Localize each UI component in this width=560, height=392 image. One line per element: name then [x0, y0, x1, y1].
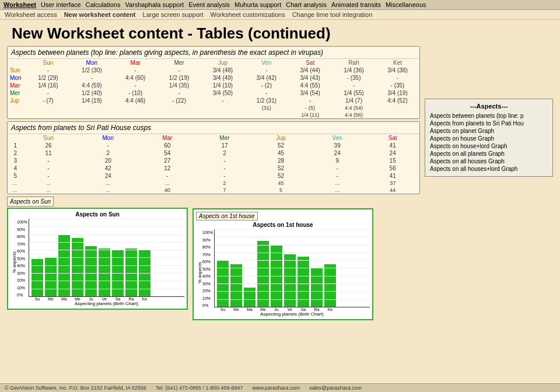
menu-item-transits[interactable]: Animated transits [331, 1, 381, 8]
bar-su [32, 259, 43, 296]
menu-item-event[interactable]: Event analysis [188, 1, 230, 8]
y-axis-labels-2: 100%90%80%70% 60%50%40%30% 20%10%0% [202, 229, 214, 317]
aspects-between-table: Sun Mon Mar Mer Jup Ven Sat Rah Ket Sun [8, 59, 419, 118]
aspects-from-table: Sun Mon Mar Mer Jup Ven Sat 1 26-6017523… [8, 134, 419, 194]
footer: © GeoVision Software, Inc. P.O. Box 2152… [0, 383, 560, 392]
right-panel-item[interactable]: Aspects on planet Graph [430, 127, 548, 135]
table-row: ... ......4075...44 [8, 187, 419, 194]
page-title: New Worksheet content - Tables (continue… [0, 20, 560, 46]
table-row: 1 26-6017523941 [8, 142, 419, 149]
bar-h-ke [324, 264, 336, 307]
menu-item-worksheet[interactable]: Worksheet [4, 1, 36, 8]
menu-item-chart[interactable]: Chart analysis [286, 1, 327, 8]
bar-mo [45, 258, 57, 297]
bar-h-me [257, 241, 269, 307]
table-row: 5 -24--52-41 [8, 172, 419, 180]
sub-item-customizations[interactable]: Worksheet customizations [210, 11, 285, 18]
table-row: Mar 1/4 (16)4:4 (59)- 1/4 (35)1/4 (10)- … [8, 82, 419, 89]
table-row: Mon 1/2 (29)-4:4 (60) 1/2 (19)3/4 (49)3/… [8, 74, 419, 82]
menu-item-calc[interactable]: Calculations [86, 1, 121, 8]
aspects-sun-title: Aspects on Sun [10, 211, 184, 218]
bar-h-ma [244, 288, 256, 307]
right-panel: ---Aspects--- Aspects between planets (t… [425, 99, 553, 177]
bar-h-sa [298, 257, 309, 307]
aspects-sun-chart: Aspects on Sun % aspects 100%90%80%70% 6… [7, 208, 188, 310]
table-row: 3 -2027-28915 [8, 157, 419, 164]
x-axis-labels: Su Mo Ma Me Ju Ve Sa Ra Ke [29, 297, 184, 301]
bar-sa [112, 250, 124, 296]
table-row: 4 -4212-52-56 [8, 164, 419, 172]
bar-h-su [217, 260, 229, 307]
table-row: ... .........245...37 [8, 180, 419, 187]
right-panel-item[interactable]: Aspects on all houses+lord Graph [430, 165, 548, 173]
menu-item-varsha[interactable]: Varshaphala support [125, 1, 184, 8]
aspects-house-label: Aspects on 1st house [196, 212, 258, 220]
table-row: 2 112542452424 [8, 149, 419, 157]
right-panel-item[interactable]: Aspects from planets to Sri Pati Hou [430, 120, 548, 127]
bar-ke [139, 250, 150, 296]
table-row: Sun -1/2 (30)-- 3/4 (48)-3/4 (44) 1/4 (3… [8, 66, 419, 74]
aspects-from-title: Aspects from planets to Sri Pati House c… [8, 122, 419, 134]
aspects-house-title: Aspects on 1st house [196, 222, 370, 228]
menu-item-misc[interactable]: Miscellaneous [386, 1, 426, 8]
aspects-sun-label: Aspects on Sun [7, 197, 54, 206]
bar-h-ve [284, 254, 296, 307]
aspects-between-title: Aspects between planets (top line: plane… [8, 47, 419, 59]
aspects-from-section: Aspects from planets to Sri Pati House c… [7, 121, 420, 194]
sub-item-change-time[interactable]: Change time tool integration [292, 11, 373, 18]
bar-ve [99, 249, 110, 296]
right-panel-title: ---Aspects--- [430, 103, 548, 110]
footer-website: www.parashara.com [253, 385, 300, 391]
bar-ma [58, 235, 70, 296]
right-panel-item[interactable]: Aspects on house Graph [430, 135, 548, 142]
bar-ju [85, 246, 97, 296]
aspects-sun-x-label: Aspecting planets (Birth Chart) [29, 301, 184, 306]
aspects-house-x-label: Aspecting planets (Birth Chart) [214, 312, 370, 317]
aspects-sun-y-label: % aspects [10, 219, 17, 306]
footer-email: sales@parashara.com [309, 385, 362, 391]
aspects-house-chart: Aspects on 1st house Aspects on 1st hous… [192, 208, 373, 320]
bar-h-mo [230, 264, 242, 307]
right-panel-item[interactable]: Aspects on all planets Graph [430, 150, 548, 158]
right-panel-item[interactable]: Aspects on house+lord Graph [430, 142, 548, 150]
y-axis-labels: 100%90%80%70% 60%50%40%30% 20%10%0% [17, 219, 29, 306]
right-panel-item[interactable]: Aspects on all houses Graph [430, 158, 548, 165]
table-row: (31)- (5)4:4 (54) [8, 104, 419, 111]
sub-item-access[interactable]: Worksheet access [5, 11, 57, 18]
aspects-between-section: Aspects between planets (top line: plane… [7, 46, 420, 119]
footer-copyright: © GeoVision Software, Inc. P.O. Box 2152… [5, 385, 146, 391]
table-row: Jup - (7)1/4 (19)4:4 (46) - (22)-1/2 (31… [8, 97, 419, 104]
bar-h-ra [311, 268, 323, 307]
bar-h-ju [271, 245, 282, 307]
top-menu: Worksheet User interface Calculations Va… [0, 0, 560, 10]
table-row: 1/4 (11)4:4 (56) [8, 111, 419, 118]
menu-item-ui[interactable]: User interface [41, 1, 80, 8]
footer-phone: Tel. (641) 472-0855 / 1-800-459-6847 [156, 385, 243, 391]
bar-ra [125, 249, 137, 296]
sub-item-new-content[interactable]: New worksheet content [64, 11, 136, 18]
right-panel-item[interactable]: Aspects between planets (top line: p [430, 112, 548, 120]
menu-item-muhurta[interactable]: Muhurta support [235, 1, 281, 8]
table-row: Mer -1/2 (40)- (10)- 3/4 (50)-3/4 (54) 1… [8, 89, 419, 97]
bar-me [72, 238, 83, 296]
x-axis-labels-2: Su Mo Ma Me Ju Ve Sa Ra Ke [215, 307, 370, 312]
sub-menu: Worksheet access New worksheet content L… [0, 10, 560, 20]
sub-item-large-screen[interactable]: Large screen support [143, 11, 204, 18]
aspects-house-y-label: % aspects [196, 229, 202, 317]
